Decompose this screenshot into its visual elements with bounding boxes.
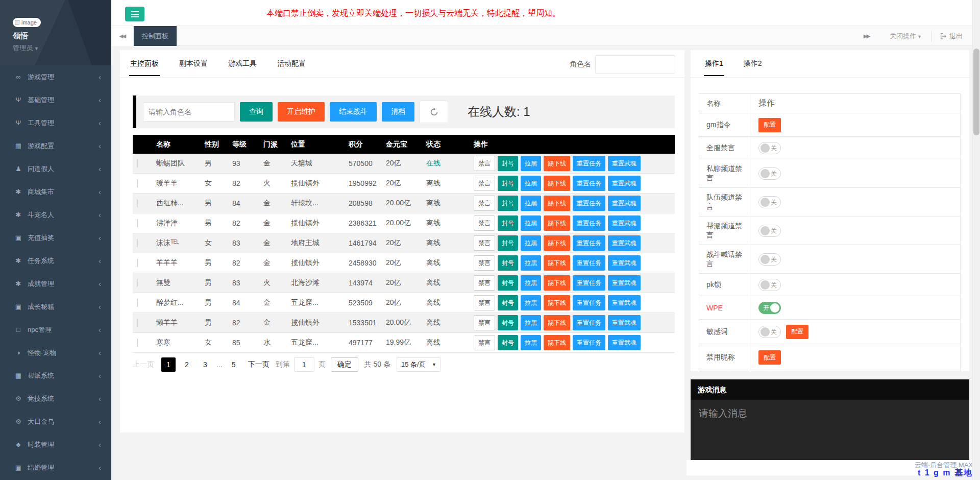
row-action-禁言[interactable]: 禁言 [474, 255, 495, 271]
main-tab-3[interactable]: 游戏工具 [227, 50, 258, 75]
row-action-重置武魂[interactable]: 重置武魂 [608, 156, 641, 171]
row-checkbox[interactable] [137, 339, 138, 347]
row-action-封号[interactable]: 封号 [498, 275, 518, 291]
row-action-拉黑[interactable]: 拉黑 [521, 215, 541, 231]
row-checkbox[interactable] [137, 299, 138, 307]
collapse-tabs-button[interactable]: ◀◀ [111, 26, 134, 46]
row-checkbox[interactable] [137, 159, 138, 167]
row-action-拉黑[interactable]: 拉黑 [521, 156, 541, 171]
row-checkbox[interactable] [137, 199, 138, 207]
toggle-off[interactable]: 关 [758, 167, 781, 180]
role-name-input[interactable] [595, 55, 675, 74]
sidebar-item-16[interactable]: ⚙大日金乌‹ [0, 410, 111, 433]
row-action-拉黑[interactable]: 拉黑 [521, 275, 541, 291]
sidebar-item-17[interactable]: ♣时装管理‹ [0, 433, 111, 456]
row-action-重置任务[interactable]: 重置任务 [573, 215, 605, 231]
main-tab-4[interactable]: 活动配置 [276, 50, 307, 75]
row-checkbox[interactable] [137, 259, 138, 267]
main-tab-2[interactable]: 副本设置 [178, 50, 209, 75]
row-action-踢下线[interactable]: 踢下线 [544, 335, 570, 350]
sidebar-item-5[interactable]: ♟问道假人‹ [0, 157, 111, 180]
row-action-踢下线[interactable]: 踢下线 [544, 315, 570, 330]
row-checkbox[interactable] [137, 179, 138, 187]
sidebar-item-2[interactable]: Ψ基础管理‹ [0, 88, 111, 111]
toggle-on[interactable]: 开 [758, 302, 781, 314]
user-role-dropdown[interactable]: 管理员▼ [13, 43, 111, 53]
row-action-拉黑[interactable]: 拉黑 [521, 255, 541, 271]
row-action-拉黑[interactable]: 拉黑 [521, 176, 541, 191]
row-checkbox[interactable] [137, 279, 138, 287]
row-action-禁言[interactable]: 禁言 [474, 315, 495, 330]
row-action-踢下线[interactable]: 踢下线 [544, 295, 570, 310]
page-number-5[interactable]: 5 [227, 357, 241, 372]
row-action-踢下线[interactable]: 踢下线 [544, 156, 570, 171]
row-action-封号[interactable]: 封号 [498, 255, 518, 271]
row-action-重置任务[interactable]: 重置任务 [573, 275, 605, 291]
sidebar-item-1[interactable]: ∞游戏管理‹ [0, 65, 111, 88]
row-action-重置武魂[interactable]: 重置武魂 [608, 196, 641, 211]
row-action-重置武魂[interactable]: 重置武魂 [608, 335, 641, 350]
toolbar-button-1[interactable]: 查询 [240, 102, 273, 122]
sidebar-item-8[interactable]: ▣充值抽奖‹ [0, 226, 111, 249]
vertical-scrollbar[interactable] [972, 0, 980, 480]
config-button[interactable]: 配置 [758, 350, 781, 365]
row-action-踢下线[interactable]: 踢下线 [544, 215, 570, 231]
message-input[interactable] [691, 400, 969, 460]
row-action-禁言[interactable]: 禁言 [474, 335, 495, 350]
goto-confirm-button[interactable]: 确定 [331, 357, 358, 372]
refresh-button[interactable] [420, 101, 448, 123]
row-action-重置武魂[interactable]: 重置武魂 [608, 235, 641, 251]
row-checkbox[interactable] [137, 219, 138, 227]
row-action-踢下线[interactable]: 踢下线 [544, 275, 570, 291]
sidebar-item-18[interactable]: ▣结婚管理‹ [0, 456, 111, 479]
sidebar-item-12[interactable]: □npc管理‹ [0, 318, 111, 341]
row-action-禁言[interactable]: 禁言 [474, 156, 495, 171]
sidebar-item-14[interactable]: ▦帮派系统‹ [0, 364, 111, 387]
sidebar-item-13[interactable]: ◑怪物·宠物‹ [0, 341, 111, 364]
toggle-off[interactable]: 关 [758, 253, 781, 266]
sidebar-item-6[interactable]: ✱商城集市‹ [0, 180, 111, 203]
row-checkbox[interactable] [137, 239, 138, 247]
hamburger-menu-button[interactable] [125, 7, 144, 21]
row-action-禁言[interactable]: 禁言 [474, 196, 495, 211]
row-action-重置任务[interactable]: 重置任务 [573, 176, 605, 191]
toggle-off[interactable]: 关 [758, 279, 781, 291]
toggle-off[interactable]: 关 [758, 196, 781, 208]
search-input[interactable] [143, 102, 235, 122]
page-number-1[interactable]: 1 [161, 357, 176, 372]
row-action-禁言[interactable]: 禁言 [474, 215, 495, 231]
page-number-3[interactable]: 3 [198, 357, 212, 372]
sidebar-item-9[interactable]: ✱任务系统‹ [0, 249, 111, 272]
row-action-重置任务[interactable]: 重置任务 [573, 255, 605, 271]
sidebar-item-10[interactable]: ✱成就管理‹ [0, 272, 111, 295]
row-action-踢下线[interactable]: 踢下线 [544, 196, 570, 211]
sidebar-item-7[interactable]: ✱斗宠名人‹ [0, 203, 111, 226]
config-button[interactable]: 配置 [786, 325, 808, 339]
sidebar-item-3[interactable]: Ψ工具管理‹ [0, 111, 111, 134]
row-action-封号[interactable]: 封号 [498, 215, 518, 231]
row-action-踢下线[interactable]: 踢下线 [544, 176, 570, 191]
row-checkbox[interactable] [137, 319, 138, 327]
row-action-封号[interactable]: 封号 [498, 196, 518, 211]
row-action-踢下线[interactable]: 踢下线 [544, 235, 570, 251]
row-action-禁言[interactable]: 禁言 [474, 176, 495, 191]
row-action-禁言[interactable]: 禁言 [474, 235, 495, 251]
toggle-off[interactable]: 关 [758, 225, 781, 237]
row-action-重置任务[interactable]: 重置任务 [573, 235, 605, 251]
row-action-重置武魂[interactable]: 重置武魂 [608, 176, 641, 191]
toolbar-button-3[interactable]: 结束战斗 [330, 102, 377, 122]
page-number-2[interactable]: 2 [180, 357, 194, 372]
operations-tab-2[interactable]: 操作2 [743, 50, 763, 75]
double-right-icon[interactable]: ▶▶ [852, 33, 880, 39]
page-next[interactable]: 下一页 [248, 360, 270, 369]
main-tab-1[interactable]: 主控面板 [129, 50, 160, 76]
row-action-重置任务[interactable]: 重置任务 [573, 315, 605, 330]
row-action-重置武魂[interactable]: 重置武魂 [608, 255, 641, 271]
scrollbar-thumb[interactable] [973, 49, 979, 135]
sidebar-item-4[interactable]: ▦游戏配置‹ [0, 134, 111, 157]
toggle-off[interactable]: 关 [758, 142, 781, 154]
row-action-重置武魂[interactable]: 重置武魂 [608, 215, 641, 231]
row-action-重置武魂[interactable]: 重置武魂 [608, 275, 641, 291]
row-action-封号[interactable]: 封号 [498, 156, 518, 171]
row-action-封号[interactable]: 封号 [498, 176, 518, 191]
